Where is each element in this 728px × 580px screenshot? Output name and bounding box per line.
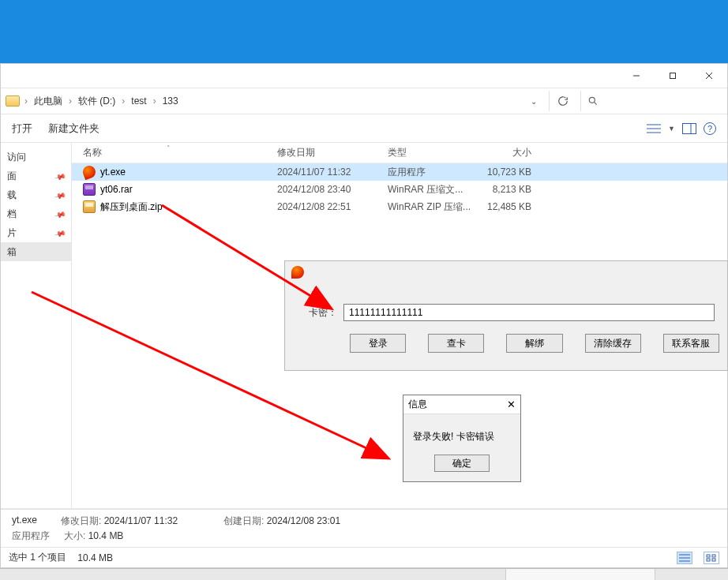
check-button[interactable]: 查卡 [428,334,484,353]
window-maximize-button[interactable] [655,64,691,88]
column-header-name[interactable]: 名称 ˄ [72,146,277,159]
file-type: WinRAR ZIP 压缩... [388,200,484,214]
navigation-pane: 访问 面📌 载📌 档📌 片📌 箱 [1,143,72,508]
details-pane: yt.exe 修改日期: 2024/11/07 11:32 创建日期: 2024… [1,509,727,547]
breadcrumb-item[interactable]: 此电脑 [32,93,64,110]
dialog-body: 登录失败! 卡密错误 [403,414,520,455]
message-dialog: 信息 ✕ 登录失败! 卡密错误 确定 [403,395,521,482]
pin-icon: 📌 [54,170,66,182]
svg-rect-15 [712,555,715,557]
window-minimize-button[interactable] [618,64,655,88]
status-bar: 选中 1 个项目 10.4 MB [1,547,727,567]
file-name: yt06.rar [100,184,133,195]
folder-icon [6,95,20,107]
breadcrumb-item[interactable]: 软件 (D:) [77,93,117,110]
search-box[interactable] [580,91,722,111]
sidebar-item[interactable]: 载📌 [1,185,71,204]
svg-rect-17 [712,559,715,561]
svg-rect-14 [707,555,710,557]
dialog-title: 信息 [408,398,427,411]
new-folder-button[interactable]: 新建文件夹 [48,122,99,136]
sort-indicator-icon: ˄ [167,144,171,152]
address-bar: › 此电脑 › 软件 (D:) › test › 133 ⌄ [1,88,727,114]
clear-cache-button[interactable]: 清除缓存 [585,334,641,353]
unbind-button[interactable]: 解绑 [506,334,562,353]
dialog-ok-button[interactable]: 确定 [434,455,490,472]
sidebar-item[interactable]: 档📌 [1,204,71,223]
file-size: 10,723 KB [484,167,547,178]
details-type: 应用程序 [12,529,50,543]
status-size: 10.4 MB [77,552,113,563]
taskbar [0,568,728,580]
svg-rect-1 [670,73,676,79]
login-panel: 卡密： 登录 查卡 解绑 清除缓存 联系客服 [284,260,728,371]
svg-rect-16 [707,559,710,561]
file-row[interactable]: yt.exe 2024/11/07 11:32 应用程序 10,723 KB [72,163,727,181]
rar-icon [83,183,96,196]
chevron-down-icon[interactable]: ▼ [668,125,675,133]
sidebar-item[interactable]: 面📌 [1,167,71,185]
column-header-size[interactable]: 大小 [484,146,547,159]
command-bar: 打开 新建文件夹 ▼ ? [1,114,727,143]
file-row[interactable]: yt06.rar 2024/12/08 23:40 WinRAR 压缩文... … [72,181,727,198]
address-dropdown-icon[interactable]: ⌄ [527,97,541,106]
status-selection: 选中 1 个项目 [9,551,66,564]
refresh-button[interactable] [549,91,576,111]
column-headers: 名称 ˄ 修改日期 类型 大小 [72,143,727,163]
file-modified: 2024/11/07 11:32 [277,167,388,178]
help-icon[interactable]: ? [704,122,716,135]
svg-rect-9 [683,123,696,133]
card-key-input[interactable] [343,304,715,321]
zip-icon [83,200,96,213]
window-close-button[interactable] [691,64,727,88]
view-options: ▼ ? [646,122,716,135]
sidebar-item[interactable]: 箱 [1,242,71,261]
file-name: 解压到桌面.zip [100,200,163,214]
view-mode-details-icon[interactable] [677,552,692,564]
details-filename: yt.exe [12,515,47,528]
breadcrumb-item[interactable]: test [129,94,148,108]
preview-pane-icon[interactable] [681,122,697,135]
file-name: yt.exe [100,167,126,178]
file-row[interactable]: 解压到桌面.zip 2024/12/08 22:51 WinRAR ZIP 压缩… [72,198,727,215]
flame-icon [81,164,98,181]
flame-icon [291,266,304,279]
sidebar-item[interactable]: 片📌 [1,223,71,242]
search-icon [587,95,599,107]
svg-point-4 [589,97,595,103]
file-type: WinRAR 压缩文... [388,183,484,196]
window-titlebar [1,64,727,88]
contact-button[interactable]: 联系客服 [663,334,719,353]
svg-line-5 [594,102,596,104]
view-details-icon[interactable] [646,122,662,135]
taskbar-app-tab[interactable] [505,569,655,580]
pin-icon: 📌 [54,226,66,239]
breadcrumb[interactable]: › 此电脑 › 软件 (D:) › test › 133 [24,93,180,110]
file-modified: 2024/12/08 22:51 [277,201,388,212]
file-size: 12,485 KB [484,201,547,212]
file-type: 应用程序 [388,166,484,179]
breadcrumb-item[interactable]: 133 [161,94,180,108]
dialog-close-button[interactable]: ✕ [507,399,516,410]
column-header-type[interactable]: 类型 [388,146,484,159]
login-button[interactable]: 登录 [350,334,406,353]
card-key-label: 卡密： [309,306,337,320]
open-button[interactable]: 打开 [12,122,32,136]
sidebar-item[interactable]: 访问 [1,148,71,167]
file-size: 8,213 KB [484,184,547,195]
file-modified: 2024/12/08 23:40 [277,184,388,195]
view-mode-icons-icon[interactable] [704,552,719,564]
column-header-modified[interactable]: 修改日期 [277,146,388,159]
pin-icon: 📌 [54,208,66,220]
login-panel-title [285,261,727,283]
pin-icon: 📌 [54,189,66,201]
